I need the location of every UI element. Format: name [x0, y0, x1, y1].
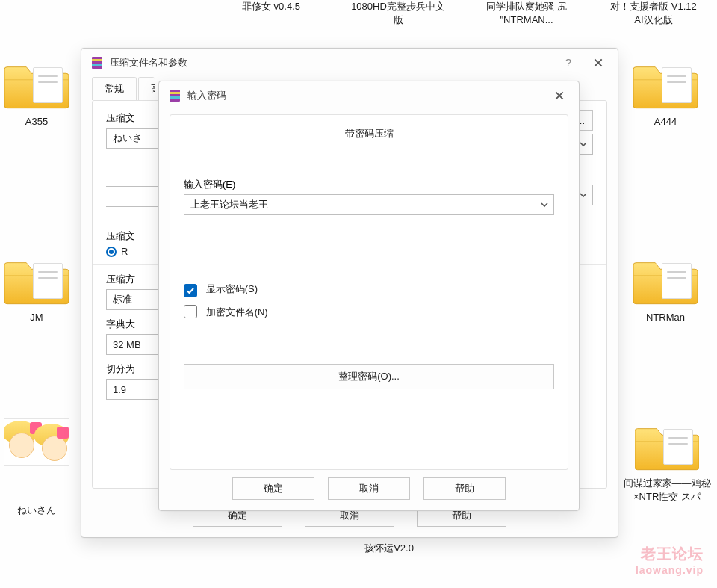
- dict-size-combo[interactable]: 32 MB: [106, 334, 160, 355]
- folder-icon: [633, 253, 698, 306]
- archive-name-combo[interactable]: ねいさ: [106, 128, 160, 149]
- radio-rar-label: R: [121, 246, 128, 257]
- folder-label: NTRMan: [624, 311, 707, 324]
- titlebar: 输入密码: [159, 81, 579, 110]
- split-size-combo[interactable]: 1.9: [106, 379, 160, 400]
- folder-icon: [4, 57, 69, 111]
- folder-item[interactable]: NTRMan: [624, 253, 707, 324]
- split-size-value: 1.9: [113, 384, 126, 395]
- folder-icon: [4, 253, 69, 306]
- desktop-label[interactable]: 罪修女 v0.4.5: [223, 0, 320, 13]
- check-icon: [186, 286, 195, 295]
- desktop-label[interactable]: 对！支援者版 V1.12 AI汉化版: [605, 0, 702, 26]
- empty-combo[interactable]: [106, 186, 160, 207]
- desktop-label[interactable]: 同学排队窝她骚 尻 "NTRMAN...: [478, 0, 575, 26]
- folder-icon: [633, 57, 698, 111]
- compress-method-combo[interactable]: 标准: [106, 289, 160, 310]
- password-value: 上老王论坛当老王: [190, 198, 268, 211]
- winrar-icon: [168, 89, 181, 102]
- dialog-title: 压缩文件名和参数: [110, 56, 553, 69]
- archive-name-value: ねいさ: [113, 131, 142, 145]
- watermark: 老王论坛 laowang.vip: [636, 544, 704, 576]
- folder-item[interactable]: JM: [0, 253, 78, 324]
- dialog-buttons: 确定 取消 帮助: [159, 477, 579, 500]
- folder-icon: [635, 418, 699, 472]
- enter-password-label: 输入密码(E): [184, 178, 554, 191]
- show-password-label: 显示密码(S): [206, 283, 258, 294]
- encrypt-names-checkbox[interactable]: [184, 305, 197, 318]
- watermark-line1: 老王论坛: [636, 544, 704, 564]
- close-icon: [554, 90, 565, 101]
- chevron-down-icon: [579, 191, 588, 199]
- folder-item[interactable]: 间谍过家家——鸡秘×NTR性交 スパ: [617, 418, 717, 503]
- desktop-label[interactable]: 孩怀运V2.0: [341, 542, 438, 555]
- watermark-line2: laowang.vip: [636, 564, 704, 576]
- help-button[interactable]: 帮助: [423, 477, 506, 500]
- show-password-checkbox[interactable]: [184, 284, 197, 297]
- close-button[interactable]: [544, 84, 574, 107]
- close-button[interactable]: [583, 52, 613, 74]
- compress-method-value: 标准: [113, 293, 132, 306]
- cancel-button[interactable]: 取消: [328, 477, 410, 500]
- folder-label: A444: [624, 115, 707, 129]
- enter-password-dialog: 输入密码 带密码压缩 输入密码(E) 上老王论坛当老王 显示密码(S) 加密文件…: [158, 81, 580, 511]
- folder-label: A355: [0, 115, 78, 129]
- dialog-panel: 带密码压缩 输入密码(E) 上老王论坛当老王 显示密码(S) 加密文件名(N) …: [170, 114, 568, 470]
- folder-thumb-item[interactable]: ねいさん: [0, 418, 78, 517]
- folder-item[interactable]: A444: [624, 57, 707, 129]
- chevron-down-icon: [540, 200, 549, 209]
- folder-label: JM: [0, 311, 78, 324]
- folder-label: ねいさん: [0, 504, 78, 517]
- titlebar: 压缩文件名和参数 ?: [81, 49, 618, 77]
- folder-label: 间谍过家家——鸡秘×NTR性交 スパ: [617, 477, 717, 503]
- help-button[interactable]: ?: [553, 52, 583, 74]
- dialog-title: 输入密码: [187, 89, 544, 102]
- help-icon: ?: [565, 56, 571, 69]
- desktop-label[interactable]: 1080HD完整步兵中文版: [350, 0, 447, 26]
- tab-general[interactable]: 常规: [92, 77, 137, 100]
- chevron-down-icon: [579, 140, 588, 149]
- ok-button[interactable]: 确定: [232, 477, 314, 500]
- tab-advanced[interactable]: 高: [138, 77, 155, 100]
- manage-passwords-button[interactable]: 整理密码(O)...: [184, 364, 554, 389]
- thumbnail-icon: [4, 418, 69, 466]
- close-icon: [593, 58, 603, 68]
- radio-rar[interactable]: [106, 247, 117, 257]
- folder-item[interactable]: A355: [0, 57, 78, 129]
- panel-heading: 带密码压缩: [184, 127, 554, 140]
- password-combo[interactable]: 上老王论坛当老王: [184, 194, 554, 215]
- dict-size-value: 32 MB: [113, 339, 141, 350]
- winrar-icon: [90, 56, 104, 69]
- encrypt-names-label: 加密文件名(N): [206, 306, 268, 318]
